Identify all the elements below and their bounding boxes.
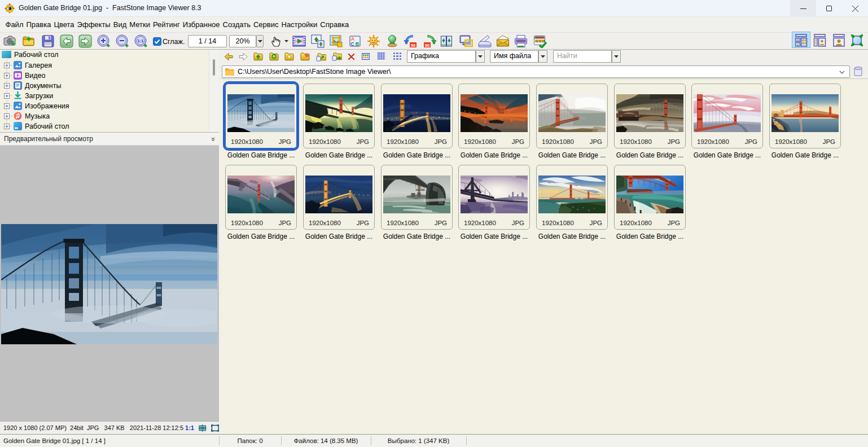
svg-text:90: 90 — [425, 43, 429, 48]
svg-text:90: 90 — [411, 43, 415, 48]
svg-text:1:1: 1:1 — [138, 38, 144, 43]
svg-text:C: C — [350, 41, 354, 47]
svg-text:B: B — [356, 41, 360, 47]
